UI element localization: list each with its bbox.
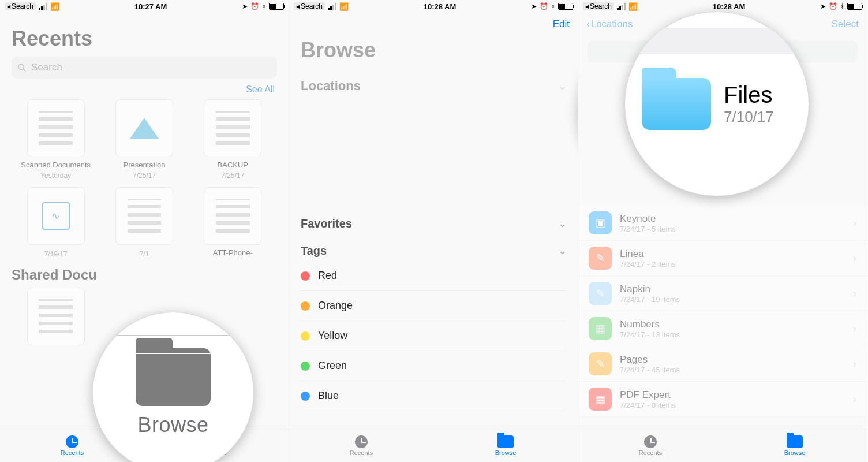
file-card[interactable]: ∿ 7/19/17 [12,187,100,259]
see-all-link[interactable]: See All [0,84,289,99]
app-icon: ✎ [589,247,612,270]
battery-icon [847,3,862,10]
callout-files-folder: Files 7/10/17 [624,12,809,196]
folder-name: Keynote [620,213,676,225]
tab-label: Recents [350,449,373,456]
tab-browse[interactable]: Browse [760,435,829,456]
tab-browse[interactable]: Browse [471,435,540,456]
clock-icon [355,435,368,448]
status-bar: Search 📶 10:27 AM ➤ ⏰ ᚼ [0,0,289,13]
file-card[interactable]: 7/1 [100,187,188,259]
file-card[interactable]: ATT-Phone- [189,187,277,259]
back-button[interactable]: ‹ Locations [586,18,633,30]
clock-icon [644,435,657,448]
section-label: Favorites [301,217,352,230]
bluetooth-icon: ᚼ [262,2,266,10]
folder-icon [497,435,514,448]
page-title: Browse [289,36,578,68]
tab-recents[interactable]: Recents [327,435,396,456]
folder-icon [787,435,803,448]
alarm-icon: ⏰ [829,2,837,10]
tag-row[interactable]: Green [301,351,566,381]
alarm-icon: ⏰ [540,2,548,10]
folder-list: ▣Keynote7/24/17 - 5 items›✎Linea7/24/17 … [578,206,867,417]
chevron-right-icon: › [853,358,856,370]
clock-icon [66,435,78,448]
file-name: Scanned Documents [12,161,100,170]
section-label: Tags [301,244,327,258]
folder-subtitle: 7/24/17 - 2 items [620,260,676,269]
file-card[interactable]: BACKUP 7/25/17 [189,99,277,180]
status-back-search[interactable]: Search [583,2,614,10]
status-back-search[interactable]: Search [5,2,36,10]
folder-row[interactable]: ✎Linea7/24/17 - 2 items› [578,241,867,276]
edit-button[interactable]: Edit [553,18,570,30]
file-card[interactable] [12,288,100,349]
folder-row[interactable]: ▤PDF Expert7/24/17 - 0 items› [578,382,867,417]
chevron-right-icon: › [853,393,856,405]
folder-row[interactable]: ▣Keynote7/24/17 - 5 items› [578,206,867,241]
section-favorites[interactable]: Favorites ⌄ [289,207,578,234]
section-tags[interactable]: Tags ⌄ [289,234,578,261]
tag-label: Blue [318,390,339,402]
file-thumb [27,99,85,157]
folder-name: PDF Expert [620,389,676,401]
wifi-icon: 📶 [628,2,638,11]
app-icon: ▣ [589,211,612,234]
tag-label: Green [318,360,347,372]
folder-row[interactable]: ✎Napkin7/24/17 - 19 items› [578,276,867,311]
tag-row[interactable]: Red [301,261,566,291]
file-thumb [204,187,261,245]
screen-recents: Search 📶 10:27 AM ➤ ⏰ ᚼ Recents Search S… [0,0,289,462]
status-back-search[interactable]: Search [294,2,325,10]
tag-row[interactable]: Orange [301,291,566,321]
select-button[interactable]: Select [832,18,859,30]
location-icon: ➤ [531,2,537,10]
tag-dot-icon [301,271,310,281]
nav-row: Edit [289,13,578,36]
tab-recents[interactable]: Recents [38,435,107,456]
folder-subtitle: 7/24/17 - 13 items [620,330,680,339]
tag-label: Orange [318,300,353,312]
chevron-right-icon: › [853,323,856,335]
app-icon: ✎ [589,282,612,305]
wifi-icon: 📶 [50,2,59,11]
folder-name: Linea [620,248,676,260]
tag-dot-icon [301,301,310,311]
screen-icloud-drive: Search 📶 10:28 AM ➤ ⏰ ᚼ ‹ Locations iClo… [578,0,867,462]
section-label: Locations [301,79,361,94]
bluetooth-icon: ᚼ [551,2,555,10]
tab-bar: Recents Browse [289,429,578,462]
app-icon: ▦ [589,317,612,340]
chevron-right-icon: › [853,288,856,300]
chevron-right-icon: › [853,252,856,264]
folder-subtitle: 7/24/17 - 45 items [620,366,680,374]
wifi-icon: 📶 [339,2,349,11]
file-thumb [115,99,173,157]
file-thumb [204,99,261,157]
file-card[interactable]: Presentation 7/25/17 [100,99,188,180]
file-date: 7/1 [140,250,149,258]
tab-recents[interactable]: Recents [616,435,685,456]
chevron-left-icon: ‹ [586,18,590,30]
file-thumb [115,187,173,245]
tag-row[interactable]: Blue [301,381,566,411]
file-name: ATT-Phone- [189,248,277,258]
folder-row[interactable]: ✎Pages7/24/17 - 45 items› [578,346,867,382]
chevron-down-icon: ⌄ [559,81,566,92]
app-icon: ▤ [589,388,612,411]
status-time: 10:27 AM [134,2,167,11]
section-locations[interactable]: Locations ⌄ [289,68,578,97]
tag-dot-icon [301,362,310,371]
signal-icon [617,3,626,10]
search-input[interactable]: Search [12,57,277,79]
file-name: BACKUP [189,161,277,170]
tag-row[interactable]: Yellow [301,321,566,351]
folder-row[interactable]: ▦Numbers7/24/17 - 13 items› [578,311,867,346]
folder-subtitle: 7/24/17 - 5 items [620,225,676,233]
battery-icon [558,3,573,10]
tag-label: Yellow [318,330,347,342]
folder-subtitle: 7/24/17 - 0 items [620,401,676,409]
file-card[interactable]: Scanned Documents Yesterday [12,99,100,180]
app-icon: ✎ [589,352,612,375]
